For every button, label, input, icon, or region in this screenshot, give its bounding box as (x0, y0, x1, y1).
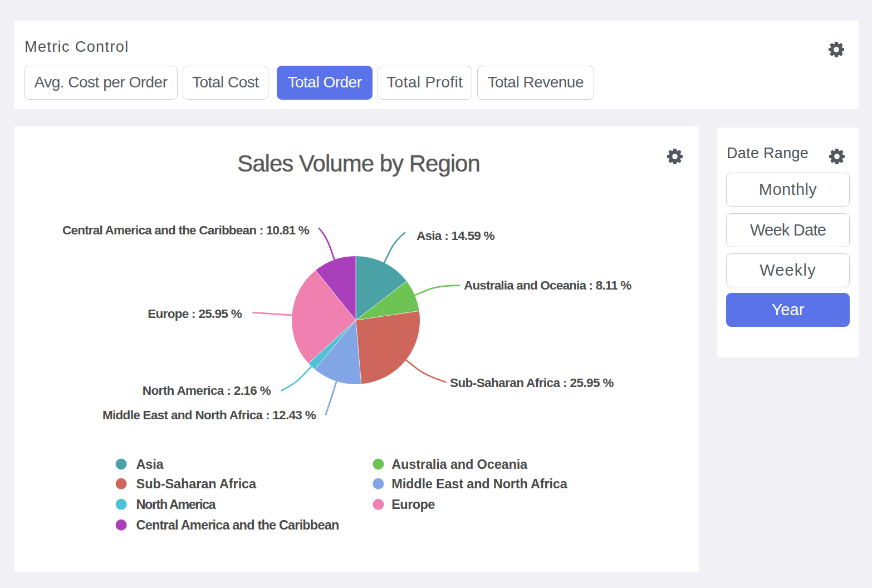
svg-text:North America: North America (136, 497, 217, 512)
svg-text:Central America and the Caribb: Central America and the Caribbean (136, 518, 339, 532)
svg-text:Australia and Oceania: Australia and Oceania (391, 457, 528, 472)
svg-text:Asia: Asia (136, 457, 164, 472)
svg-text:Central America and the Caribb: Central America and the Caribbean : 10.8… (62, 223, 310, 237)
svg-text:North America : 2.16 %: North America : 2.16 % (143, 384, 271, 398)
svg-text:Sub-Saharan Africa: Sub-Saharan Africa (136, 477, 257, 491)
svg-text:Sales Volume by Region: Sales Volume by Region (237, 150, 480, 177)
svg-text:Europe : 25.95 %: Europe : 25.95 % (148, 307, 242, 321)
svg-text:Middle East and North Africa: Middle East and North Africa (391, 477, 567, 491)
svg-text:Asia : 14.59 %: Asia : 14.59 % (417, 229, 495, 243)
svg-text:Middle East and North Africa :: Middle East and North Africa : 12.43 % (102, 408, 316, 422)
svg-text:Australia and Oceania : 8.11 %: Australia and Oceania : 8.11 % (464, 278, 631, 292)
svg-text:Europe: Europe (391, 497, 435, 512)
svg-text:Sub-Saharan Africa : 25.95 %: Sub-Saharan Africa : 25.95 % (450, 376, 614, 390)
